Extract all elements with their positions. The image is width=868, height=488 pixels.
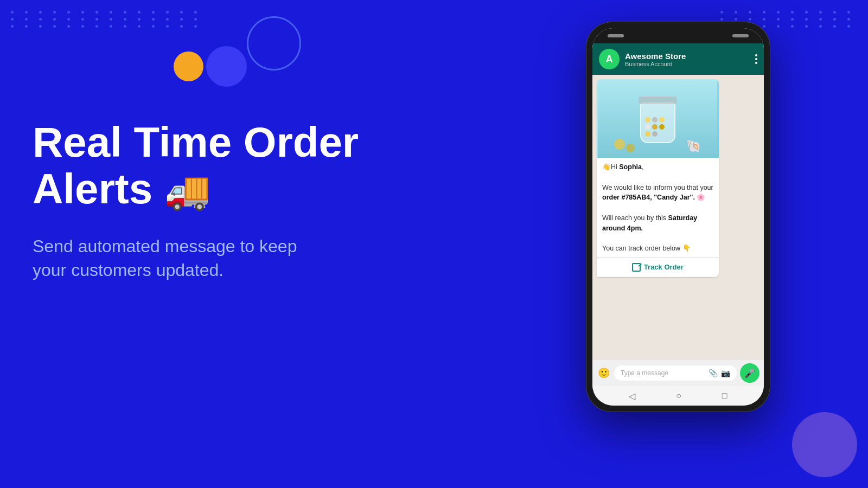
dot-grid-left: for(let i=0;i<42;i++) document.currentSc… [11, 11, 204, 28]
greeting-word: Hi [611, 163, 619, 171]
phone-status-bar [592, 28, 764, 43]
more-dot-2 [755, 58, 757, 60]
whatsapp-input-bar: 🙂 Type a message 📎 📷 🎤 [592, 360, 764, 386]
more-dot-1 [755, 54, 757, 56]
deco-circle-purple [792, 412, 857, 477]
subtitle-line1: Send automated message to keep [33, 236, 297, 256]
home-button[interactable]: ○ [676, 391, 681, 401]
customer-name: Sophia [619, 163, 642, 171]
external-link-icon: ↗ [632, 263, 641, 272]
chat-area: 🐚 👋Hi Sophia, We would like to inform yo… [592, 75, 764, 360]
phone-frame: A Awesome Store Business Account [586, 22, 770, 412]
greeting-emoji: 👋 [602, 163, 611, 171]
order-details: order #785AB4, "Candy Jar". [602, 194, 695, 201]
track-line: You can track order below [602, 245, 680, 252]
deco-circle-orange [174, 52, 203, 81]
phone-screen: A Awesome Store Business Account [592, 28, 764, 406]
recent-button[interactable]: □ [722, 391, 727, 401]
product-image: 🐚 [597, 79, 719, 158]
deco-circle-blue [206, 46, 247, 87]
track-button-label: Track Order [644, 263, 684, 271]
point-down-emoji: 👇 [682, 245, 691, 252]
message-bubble: 🐚 👋Hi Sophia, We would like to inform yo… [597, 79, 719, 277]
status-bar-left [608, 34, 624, 37]
delivery-time: Saturday [668, 214, 698, 222]
delivery-time-2: around 4pm. [602, 224, 643, 232]
store-avatar: A [599, 49, 620, 69]
deco-circle-outline [247, 16, 301, 70]
whatsapp-header: A Awesome Store Business Account [592, 43, 764, 75]
hero-subtitle: Send automated message to keep your cust… [33, 234, 412, 283]
camera-icon[interactable]: 📷 [721, 369, 730, 377]
account-type: Business Account [625, 61, 750, 67]
input-icons: 📎 📷 [709, 369, 730, 377]
store-name: Awesome Store [625, 52, 750, 61]
avatar-letter: A [606, 54, 613, 65]
store-info: Awesome Store Business Account [625, 52, 750, 67]
message-text: 👋Hi Sophia, We would like to inform you … [597, 158, 719, 257]
mic-button[interactable]: 🎤 [740, 363, 760, 383]
phone-mockup: A Awesome Store Business Account [586, 22, 770, 466]
flower-emoji: 🌸 [697, 194, 705, 201]
hero-content: Real Time Order Alerts 🚚 Send automated … [33, 119, 412, 282]
signal-indicator [732, 34, 749, 37]
title-line1: Real Time Order [33, 118, 359, 166]
message-line3: Will reach you by this [602, 214, 666, 222]
back-button[interactable]: ◁ [629, 391, 635, 401]
more-dot-3 [755, 62, 757, 64]
input-placeholder: Type a message [621, 369, 668, 377]
message-line1: We would like to inform you that your [602, 183, 713, 193]
android-nav-bar: ◁ ○ □ [592, 386, 764, 406]
phone-notch [646, 28, 711, 41]
title-line2: Alerts [33, 165, 152, 213]
emoji-button[interactable]: 🙂 [597, 366, 611, 380]
subtitle-line2: your customers updated. [33, 260, 224, 280]
more-options-button[interactable] [755, 54, 757, 64]
truck-emoji: 🚚 [164, 170, 210, 211]
hero-title: Real Time Order Alerts 🚚 [33, 119, 412, 213]
message-input[interactable]: Type a message 📎 📷 [614, 365, 737, 381]
track-order-button[interactable]: ↗ Track Order [597, 257, 719, 277]
mic-icon: 🎤 [744, 368, 755, 378]
attachment-icon[interactable]: 📎 [709, 369, 718, 377]
status-bar-right [732, 34, 749, 37]
